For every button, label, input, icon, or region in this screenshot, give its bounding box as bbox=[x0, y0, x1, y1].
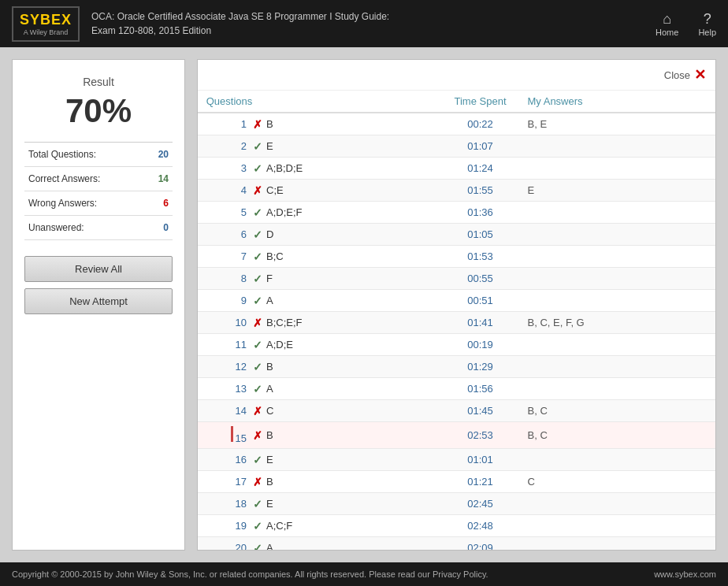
question-answer: ✓ E bbox=[253, 454, 433, 466]
time-spent: 00:22 bbox=[433, 118, 528, 130]
question-answer: ✗ C;E bbox=[253, 184, 433, 197]
table-row[interactable]: 13✓ A01:56 bbox=[198, 378, 715, 400]
nav-help[interactable]: ? Help bbox=[698, 11, 716, 37]
header-title: OCA: Oracle Certified Associate Java SE … bbox=[91, 9, 389, 38]
table-header: Questions Time Spent My Answers bbox=[198, 91, 715, 113]
check-icon: ✓ bbox=[253, 206, 262, 219]
bookmark-indicator bbox=[231, 426, 233, 442]
check-icon: ✓ bbox=[253, 273, 262, 285]
new-attempt-button[interactable]: New Attempt bbox=[24, 288, 173, 314]
cross-icon: ✗ bbox=[253, 118, 262, 131]
table-row[interactable]: 10✗ B;C;E;F01:41B, C, E, F, G bbox=[198, 312, 715, 334]
stat-value: 14 bbox=[158, 173, 169, 184]
question-answer: ✓ E bbox=[253, 140, 433, 153]
header-title-line2: Exam 1Z0-808, 2015 Edition bbox=[91, 24, 389, 38]
stat-value: 6 bbox=[163, 198, 169, 209]
table-row[interactable]: 20✓ A02:09 bbox=[198, 537, 715, 550]
check-icon: ✓ bbox=[253, 339, 262, 351]
nav-home[interactable]: ⌂ Home bbox=[656, 11, 678, 37]
right-panel: Close ✕ Questions Time Spent My Answers … bbox=[197, 59, 716, 551]
question-answer: ✓ A bbox=[253, 383, 433, 395]
question-answer: ✗ B;C;E;F bbox=[253, 317, 433, 329]
question-answer: ✓ A bbox=[253, 542, 433, 551]
table-row[interactable]: 7✓ B;C01:53 bbox=[198, 246, 715, 268]
question-number: 10 bbox=[206, 317, 253, 328]
footer-copyright: Copyright © 2000-2015 by John Wiley & So… bbox=[12, 569, 488, 579]
time-spent: 02:09 bbox=[433, 542, 528, 550]
table-row[interactable]: 14✗ C01:45B, C bbox=[198, 400, 715, 422]
time-spent: 01:41 bbox=[433, 317, 528, 328]
question-number: 5 bbox=[206, 206, 253, 218]
stat-label: Correct Answers: bbox=[28, 173, 100, 184]
question-number: 13 bbox=[206, 383, 253, 395]
check-icon: ✓ bbox=[253, 140, 262, 153]
stats-table: Total Questions:20Correct Answers:14Wron… bbox=[24, 142, 173, 240]
check-icon: ✓ bbox=[253, 361, 262, 373]
col-time-spent: Time Spent bbox=[433, 95, 528, 107]
table-row[interactable]: 5✓ A;D;E;F01:36 bbox=[198, 202, 715, 224]
table-row[interactable]: 1✗ B00:22B, E bbox=[198, 113, 715, 135]
table-row[interactable]: 12✓ B01:29 bbox=[198, 356, 715, 378]
check-icon: ✓ bbox=[253, 454, 262, 466]
my-answer: B, C, E, F, G bbox=[528, 317, 708, 328]
table-row[interactable]: 4✗ C;E01:55E bbox=[198, 180, 715, 202]
close-label[interactable]: Close bbox=[664, 69, 690, 81]
close-button[interactable]: ✕ bbox=[694, 66, 706, 83]
logo-sub: A Wiley Brand bbox=[24, 28, 69, 36]
question-answer: ✓ B bbox=[253, 361, 433, 373]
table-row[interactable]: 16✓ E01:01 bbox=[198, 449, 715, 471]
nav-help-label: Help bbox=[698, 28, 716, 37]
time-spent: 00:55 bbox=[433, 273, 528, 284]
table-row[interactable]: 9✓ A00:51 bbox=[198, 290, 715, 312]
review-all-button[interactable]: Review All bbox=[24, 256, 173, 282]
table-row[interactable]: 19✓ A;C;F02:48 bbox=[198, 515, 715, 537]
question-answer: ✓ A bbox=[253, 295, 433, 307]
table-row[interactable]: 2✓ E01:07 bbox=[198, 135, 715, 158]
time-spent: 01:01 bbox=[433, 454, 528, 465]
action-buttons: Review All New Attempt bbox=[24, 256, 173, 314]
question-answer: ✗ B bbox=[253, 476, 433, 488]
time-spent: 02:48 bbox=[433, 520, 528, 532]
time-spent: 01:55 bbox=[433, 184, 528, 196]
table-row[interactable]: 17✗ B01:21C bbox=[198, 471, 715, 493]
time-spent: 01:36 bbox=[433, 206, 528, 218]
close-bar: Close ✕ bbox=[198, 60, 715, 91]
my-answer: B, E bbox=[528, 118, 708, 130]
question-answer: ✓ A;B;D;E bbox=[253, 162, 433, 175]
question-number: 9 bbox=[206, 295, 253, 306]
my-answer: E bbox=[528, 184, 708, 196]
table-row[interactable]: 3✓ A;B;D;E01:24 bbox=[198, 158, 715, 180]
table-body: 1✗ B00:22B, E2✓ E01:073✓ A;B;D;E01:244✗ … bbox=[198, 113, 715, 550]
check-icon: ✓ bbox=[253, 542, 262, 551]
question-answer: ✓ A;D;E bbox=[253, 339, 433, 351]
question-answer: ✗ B bbox=[253, 429, 433, 442]
logo-box: SYBEX A Wiley Brand bbox=[12, 6, 80, 42]
question-answer: ✓ A;D;E;F bbox=[253, 206, 433, 219]
help-icon: ? bbox=[704, 11, 711, 28]
question-number: 15 bbox=[206, 426, 253, 444]
stat-label: Wrong Answers: bbox=[28, 198, 97, 209]
stat-label: Unanswered: bbox=[28, 222, 84, 233]
table-row[interactable]: 8✓ F00:55 bbox=[198, 268, 715, 290]
table-row[interactable]: 11✓ A;D;E00:19 bbox=[198, 334, 715, 356]
stat-label: Total Questions: bbox=[28, 149, 96, 160]
question-answer: ✗ C bbox=[253, 405, 433, 417]
question-number: 17 bbox=[206, 476, 253, 488]
question-answer: ✓ B;C bbox=[253, 250, 433, 263]
table-row[interactable]: 18✓ E02:45 bbox=[198, 493, 715, 515]
check-icon: ✓ bbox=[253, 383, 262, 395]
question-number: 11 bbox=[206, 339, 253, 350]
main-content: Result 70% Total Questions:20Correct Ans… bbox=[0, 47, 728, 562]
stat-value: 0 bbox=[163, 222, 169, 233]
table-row[interactable]: 6✓ D01:05 bbox=[198, 224, 715, 246]
question-answer: ✗ B bbox=[253, 118, 433, 131]
table-row[interactable]: 15✗ B02:53B, C bbox=[198, 422, 715, 449]
time-spent: 01:07 bbox=[433, 140, 528, 152]
time-spent: 01:56 bbox=[433, 383, 528, 395]
question-number: 19 bbox=[206, 520, 253, 532]
question-number: 6 bbox=[206, 228, 253, 240]
check-icon: ✓ bbox=[253, 295, 262, 307]
question-number: 1 bbox=[206, 118, 253, 130]
time-spent: 01:45 bbox=[433, 405, 528, 417]
cross-icon: ✗ bbox=[253, 405, 262, 417]
